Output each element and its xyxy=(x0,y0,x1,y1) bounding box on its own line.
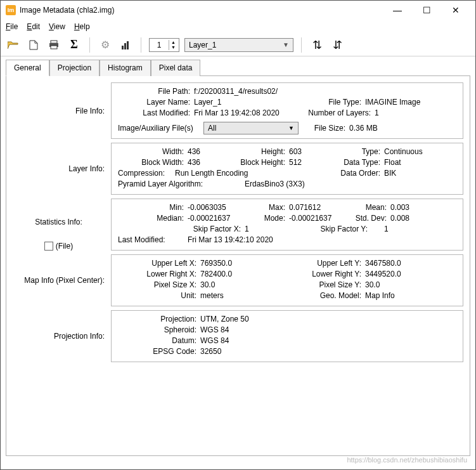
close-button[interactable]: ✕ xyxy=(441,1,470,20)
sort-asc-icon[interactable]: ⇅ xyxy=(309,37,325,53)
window-title: Image Metadata (chla2.img) xyxy=(20,6,383,15)
max-value: 0.071612 xyxy=(289,203,321,212)
type-value: Continuous xyxy=(384,147,423,156)
spin-down-icon[interactable]: ▼ xyxy=(169,45,177,50)
menu-file[interactable]: File xyxy=(6,22,18,31)
last-modified-value: Fri Mar 13 19:42:08 2020 xyxy=(194,108,280,117)
unit-label: Unit: xyxy=(118,291,200,300)
epsg-label: EPSG Code: xyxy=(118,347,200,356)
pyramid-algo-label: Pyramid Layer Algorithm: xyxy=(118,180,213,188)
lry-value: 3449520.0 xyxy=(365,270,401,278)
layer-name-value: Layer_1 xyxy=(194,98,221,107)
watermark: https://blog.csdn.net/zhebushibiaoshifu xyxy=(347,456,467,464)
stats-info-panel: Min:-0.0063035 Max:0.071612 Mean:0.003 M… xyxy=(111,199,463,251)
file-type-label: File Type: xyxy=(302,98,365,107)
layer-select[interactable]: Layer_1 ▼ xyxy=(184,38,293,52)
ulx-value: 769350.0 xyxy=(200,259,232,268)
num-layers-label: Number of Layers: xyxy=(302,108,375,117)
mode-value: -0.00021637 xyxy=(289,214,331,223)
tab-general[interactable]: General xyxy=(6,60,49,76)
datum-value: WGS 84 xyxy=(200,336,229,345)
psy-value: 30.0 xyxy=(365,280,380,289)
height-label: Height: xyxy=(226,147,289,156)
stats-info-label: Statistics Info: xyxy=(35,218,82,226)
block-width-value: 436 xyxy=(188,158,200,167)
spin-up-icon[interactable]: ▲ xyxy=(169,40,177,45)
height-value: 603 xyxy=(289,147,302,156)
layer-number-input[interactable]: ▲▼ xyxy=(149,38,179,52)
tab-pixel-data[interactable]: Pixel data xyxy=(151,60,201,76)
skip-y-value: 1 xyxy=(371,225,389,233)
toolbar-separator xyxy=(141,37,141,53)
pyramid-algo-value: ErdasBino3 (3X3) xyxy=(213,180,305,188)
titlebar: Im Image Metadata (chla2.img) — ☐ ✕ xyxy=(1,1,475,20)
type-label: Type: xyxy=(333,147,384,156)
tab-content: File Info: File Path:f:/20200311_4/resul… xyxy=(6,75,470,456)
file-path-label: File Path: xyxy=(118,87,194,96)
layer-select-value: Layer_1 xyxy=(189,41,216,49)
uly-label: Upper Left Y: xyxy=(283,259,365,268)
layer-number-field[interactable] xyxy=(150,41,169,49)
sort-desc-icon[interactable]: ⇵ xyxy=(330,37,345,53)
mean-value: 0.003 xyxy=(390,203,409,212)
min-value: -0.0063035 xyxy=(188,203,226,212)
new-icon[interactable] xyxy=(26,37,41,53)
stats-last-mod-label: Last Modified: xyxy=(118,235,175,244)
minimize-button[interactable]: — xyxy=(383,1,412,20)
min-label: Min: xyxy=(118,203,188,212)
menubar: File Edit View Help xyxy=(1,20,475,34)
menu-help[interactable]: Help xyxy=(74,22,90,31)
layer-info-label: Layer Info: xyxy=(13,143,111,195)
block-width-label: Block Width: xyxy=(118,158,188,167)
tab-bar: General Projection Histogram Pixel data xyxy=(6,59,470,75)
width-value: 436 xyxy=(188,147,200,156)
file-checkbox-row[interactable]: (File) xyxy=(44,242,73,251)
file-info-panel: File Path:f:/20200311_4/results02/ Layer… xyxy=(111,82,463,139)
median-label: Median: xyxy=(118,214,188,223)
mean-label: Mean: xyxy=(352,203,390,212)
app-icon: Im xyxy=(6,5,16,15)
projection-value: UTM, Zone 50 xyxy=(200,315,249,323)
lry-label: Lower Right Y: xyxy=(283,270,365,278)
svg-rect-0 xyxy=(51,41,57,43)
width-label: Width: xyxy=(118,147,188,156)
projection-label: Projection: xyxy=(118,315,200,323)
max-label: Max: xyxy=(245,203,289,212)
open-icon[interactable] xyxy=(6,37,21,53)
layer-name-label: Layer Name: xyxy=(118,98,194,107)
datum-label: Datum: xyxy=(118,336,200,345)
std-label: Std. Dev: xyxy=(352,214,390,223)
block-height-label: Block Height: xyxy=(226,158,289,167)
file-path-value: f:/20200311_4/results02/ xyxy=(194,87,278,96)
chart-icon[interactable] xyxy=(118,37,133,53)
last-modified-label: Last Modified: xyxy=(118,108,194,117)
svg-rect-5 xyxy=(127,41,129,49)
data-order-label: Data Order: xyxy=(333,169,384,178)
aux-files-select[interactable]: All ▼ xyxy=(203,122,299,134)
skip-y-label: Skip Factor Y: xyxy=(289,225,371,233)
toolbar-separator xyxy=(301,37,302,53)
unit-value: meters xyxy=(200,291,224,300)
projection-info-panel: Projection:UTM, Zone 50 Spheroid:WGS 84 … xyxy=(111,310,463,362)
svg-rect-2 xyxy=(51,46,57,49)
svg-rect-4 xyxy=(124,43,126,49)
sigma-icon[interactable]: Σ xyxy=(67,37,82,53)
map-info-panel: Upper Left X:769350.0 Upper Left Y:34675… xyxy=(111,254,463,306)
menu-edit[interactable]: Edit xyxy=(27,22,40,31)
toolbar-separator xyxy=(89,37,90,53)
geo-model-value: Map Info xyxy=(365,291,395,300)
menu-view[interactable]: View xyxy=(49,22,65,31)
gear-icon[interactable]: ⚙ xyxy=(98,37,113,53)
file-checkbox[interactable] xyxy=(44,242,53,251)
std-value: 0.008 xyxy=(390,214,409,223)
block-height-value: 512 xyxy=(289,158,302,167)
print-icon[interactable] xyxy=(46,37,61,53)
tab-projection[interactable]: Projection xyxy=(49,60,100,76)
psx-value: 30.0 xyxy=(200,280,215,289)
file-checkbox-label: (File) xyxy=(56,242,73,251)
projection-info-label: Projection Info: xyxy=(13,310,111,362)
toolbar: Σ ⚙ ▲▼ Layer_1 ▼ ⇅ ⇵ xyxy=(1,34,475,56)
maximize-button[interactable]: ☐ xyxy=(412,1,441,20)
tab-histogram[interactable]: Histogram xyxy=(100,60,151,76)
aux-files-label: Image/Auxiliary File(s) xyxy=(118,124,203,133)
